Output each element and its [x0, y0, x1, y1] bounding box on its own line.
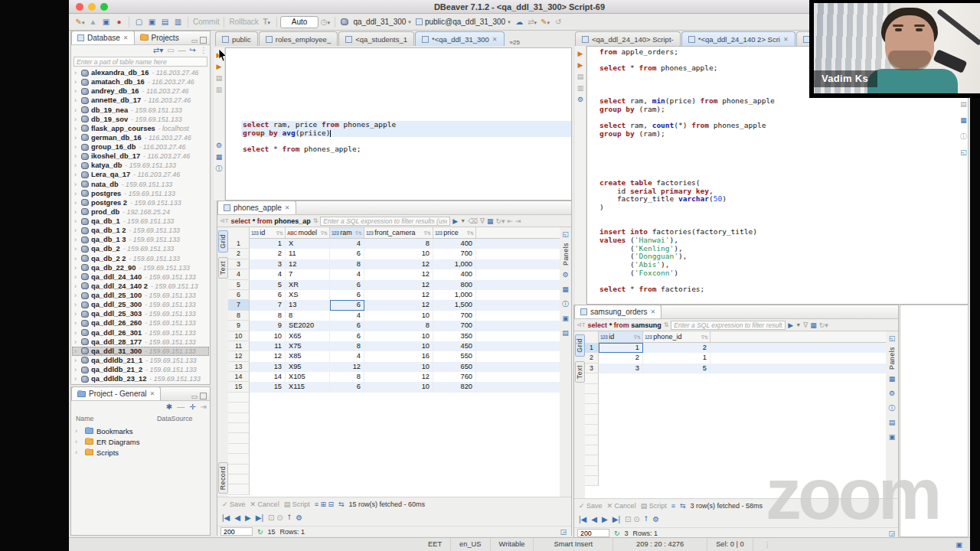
row-number[interactable]: 12 [228, 351, 250, 361]
commit-button[interactable]: Commit [193, 18, 219, 26]
table-row[interactable]: 66XS6121,000 [228, 290, 560, 300]
script-icon[interactable]: ▤ [216, 73, 223, 83]
connection-item[interactable]: ›qa_ddldb_21_2- 159.69.151.133 [72, 365, 209, 374]
table-row[interactable]: 888410700 [228, 311, 560, 321]
table-cell[interactable]: 5 [250, 280, 286, 290]
table-cell[interactable]: 8 [330, 372, 364, 382]
notifications-icon[interactable]: ▣ [956, 540, 962, 549]
project-item[interactable]: ›ER Diagrams [72, 436, 209, 447]
chevron-right-icon[interactable]: › [74, 217, 81, 225]
prev-page-icon[interactable]: ◀ [234, 514, 240, 522]
row-number[interactable]: 15 [228, 382, 250, 392]
chevron-right-icon[interactable]: › [74, 190, 81, 197]
tab-qa-ddl-31-300[interactable]: *<qa_ddl_31_300✕ [415, 31, 504, 46]
table-row[interactable]: 33128121,000 [228, 259, 560, 269]
column-header-front_camera[interactable]: 123front_camera∇⇅ [364, 227, 433, 238]
chevron-right-icon[interactable]: › [74, 357, 81, 364]
connection-item[interactable]: ›Lera_qa_17- 116.203.27.46 [72, 170, 209, 179]
close-icon[interactable]: ✕ [123, 31, 129, 44]
table-cell[interactable]: 8 [286, 311, 330, 321]
tab-qa-ddl-24-140-2-script[interactable]: *<qa_ddl_24_140 2> Scri✕ [681, 31, 795, 46]
table-row[interactable]: 1313X951210650 [228, 362, 560, 372]
row-number[interactable]: 2 [228, 249, 250, 259]
connection-item[interactable]: ›qa_ddl_28_177- 159.69.151.133 [72, 337, 209, 347]
script-icon[interactable]: ▤ [577, 72, 584, 82]
table-cell[interactable]: 12 [364, 280, 433, 290]
first-page-icon[interactable]: |◀ [222, 514, 230, 522]
table-cell[interactable]: 1,000 [433, 259, 476, 269]
chevron-right-icon[interactable]: › [74, 181, 81, 188]
column-header-price[interactable]: 123price∇⇅ [433, 227, 476, 238]
chevron-right-icon[interactable]: › [74, 255, 81, 262]
execute-statement-icon[interactable]: ▢ [133, 16, 145, 28]
menu-dots-icon[interactable]: ⋮ [200, 46, 207, 54]
fetch-size-input[interactable] [220, 527, 253, 536]
table-cell[interactable]: 450 [433, 341, 476, 351]
table-cell[interactable]: 350 [433, 331, 476, 341]
chevron-right-icon[interactable]: › [74, 134, 81, 142]
table-cell[interactable]: 8 [250, 311, 286, 321]
table-row[interactable]: 112 [585, 343, 886, 353]
close-icon[interactable]: ✕ [150, 387, 155, 400]
table-cell[interactable]: 12 [364, 372, 433, 382]
tab-project-general[interactable]: Project - General✕ [71, 386, 161, 400]
table-cell[interactable]: 700 [433, 249, 476, 259]
gear-icon[interactable]: ⚙ [296, 514, 302, 522]
connection-item[interactable]: ›qa_ddl_24_140- 159.69.151.133 [72, 272, 209, 282]
export-icon[interactable]: ▥ [216, 85, 223, 95]
connection-item[interactable]: ›qa_ddldb_21_1- 159.69.151.133 [72, 356, 209, 365]
edit-icons[interactable]: ⊡ ⊙ [268, 514, 283, 522]
table-row[interactable]: 1414X105812760 [228, 372, 560, 382]
code-line[interactable]: ) [598, 204, 968, 212]
tab-qa-students-1[interactable]: <qa_students_1 [338, 31, 414, 46]
table-cell[interactable]: 2 [250, 249, 286, 259]
chevron-right-icon[interactable]: › [74, 319, 81, 327]
txn-log-icon[interactable]: ◷▾ [319, 16, 331, 28]
erase-filter-icon[interactable]: ⌫ [468, 217, 478, 225]
connection-item[interactable]: ›amatach_db_16- 116.203.27.46 [72, 77, 209, 86]
table-cell[interactable]: 10 [364, 311, 433, 321]
table-cell[interactable]: 10 [364, 382, 433, 392]
table-row[interactable]: 335 [585, 364, 886, 373]
minus-icon[interactable]: — [178, 46, 186, 54]
tab-roles-employee[interactable]: roles_employee_ [259, 31, 338, 46]
row-number[interactable]: 3 [228, 259, 250, 269]
table-filter-input[interactable] [74, 57, 207, 67]
table-cell[interactable]: 400 [433, 269, 476, 279]
close-icon[interactable]: ✕ [783, 36, 789, 43]
gear-icon[interactable]: ⚙ [889, 389, 895, 399]
table-cell[interactable]: 3 [599, 364, 643, 373]
table-cell[interactable]: 14 [250, 372, 286, 382]
col-datasource[interactable]: DataSource [157, 415, 192, 422]
table-cell[interactable]: 7 [250, 300, 286, 310]
chevron-right-icon[interactable]: › [74, 310, 81, 318]
format-icon[interactable]: ✎▾ [540, 16, 551, 28]
outline-icon[interactable]: ▤ [960, 99, 967, 109]
compare-icon[interactable]: ⇄▾ [527, 16, 538, 28]
table-cell[interactable]: 8 [364, 321, 433, 331]
tab-public[interactable]: public [215, 31, 258, 46]
panel-icon[interactable]: ◱ [960, 148, 967, 158]
table-cell[interactable]: 4 [330, 269, 364, 279]
table-cell[interactable]: 12 [364, 269, 433, 279]
chevron-right-icon[interactable]: › [74, 96, 81, 104]
filter-funnel-icon[interactable]: ∇⇅ [701, 334, 708, 340]
grid-icon[interactable]: ▦ [960, 116, 967, 126]
table-cell[interactable]: 6 [250, 290, 286, 300]
connection-item[interactable]: ›qa_ddl_25_100- 159.69.151.133 [72, 291, 209, 300]
webcam-overlay[interactable]: Vadim Ks [809, 0, 980, 98]
table-cell[interactable]: 6 [330, 249, 364, 259]
column-header-id[interactable]: 123id∇⇅ [250, 227, 286, 238]
row-ops-icons[interactable]: ≡ ⊞ ⊟ [315, 500, 334, 508]
tab-grid-view[interactable]: Grid [218, 230, 228, 253]
code-line[interactable]: ('Foxconn') [598, 269, 968, 278]
table-cell[interactable]: 6 [330, 300, 364, 310]
table-cell[interactable]: 9 [250, 321, 286, 331]
first-page-icon[interactable]: |◀ [579, 515, 586, 523]
column-header-id[interactable]: 123id∇⇅ [599, 331, 643, 342]
export-grid-icon[interactable]: ▦ [810, 321, 817, 329]
table-cell[interactable]: 650 [433, 362, 476, 372]
filter-funnel-icon[interactable]: ∇⇅ [276, 230, 283, 236]
chevron-right-icon[interactable]: › [74, 208, 81, 216]
row-number[interactable]: 4 [228, 269, 250, 279]
